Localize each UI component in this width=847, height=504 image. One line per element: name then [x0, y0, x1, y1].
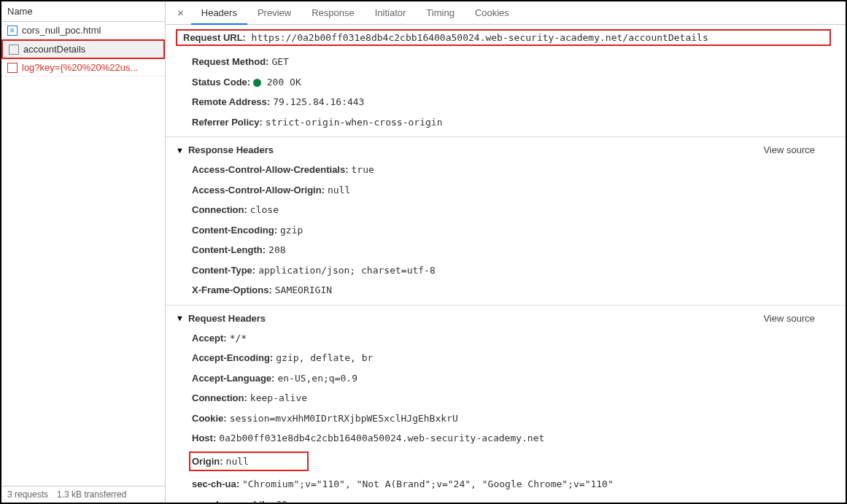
header-value: application/json; charset=utf-8	[258, 265, 436, 276]
header-row: Host:0a2b00ff031e8db4c2cbb16400a50024.we…	[192, 428, 835, 449]
header-value: */*	[230, 333, 247, 344]
file-icon	[9, 44, 19, 55]
header-row: Connection:close	[192, 200, 835, 220]
header-value: null	[328, 185, 350, 195]
response-headers-body: Access-Control-Allow-Credentials:trueAcc…	[166, 160, 846, 305]
header-value: keep-alive	[250, 392, 307, 403]
response-headers-title: Response Headers	[188, 144, 764, 155]
network-sidebar: Name cors_null_poc.htmlaccountDetailslog…	[1, 1, 166, 503]
header-key: Access-Control-Allow-Origin:	[192, 185, 325, 195]
header-key: Connection:	[192, 204, 247, 215]
header-key: Content-Type:	[192, 265, 255, 276]
footer-transferred: 1.3 kB transferred	[57, 489, 126, 500]
tab-cookies[interactable]: Cookies	[465, 2, 519, 23]
header-key: Content-Length:	[192, 244, 266, 255]
footer-requests: 3 requests	[7, 489, 48, 500]
header-row: Content-Encoding:gzip	[192, 220, 835, 241]
headers-content: Request URL: https://0a2b00ff031e8db4c2c…	[166, 25, 846, 503]
header-row: Content-Type:application/json; charset=u…	[192, 260, 835, 281]
tab-initiator[interactable]: Initiator	[365, 2, 417, 23]
header-value: close	[250, 204, 279, 215]
status-label: Status Code:	[192, 77, 250, 88]
header-row: X-Frame-Options:SAMEORIGIN	[192, 280, 835, 301]
request-url-value: https://0a2b00ff031e8db4c2cbb16400a50024…	[252, 32, 708, 43]
referrer-value: strict-origin-when-cross-origin	[266, 117, 443, 128]
chevron-down-icon[interactable]: ▼	[176, 146, 184, 155]
header-value: 0a2b00ff031e8db4c2cbb16400a50024.web-sec…	[219, 433, 544, 443]
tabs-bar: × HeadersPreviewResponseInitiatorTimingC…	[166, 1, 846, 25]
request-item[interactable]: cors_null_poc.html	[1, 22, 165, 39]
header-row: Content-Length:208	[192, 240, 835, 260]
header-key: Connection:	[192, 392, 247, 403]
remote-value: 79.125.84.16:443	[273, 96, 364, 107]
response-headers-header[interactable]: ▼ Response Headers View source	[166, 136, 846, 160]
header-row: Access-Control-Allow-Credentials:true	[192, 160, 835, 180]
general-request-url-highlight: Request URL: https://0a2b00ff031e8db4c2c…	[176, 29, 831, 46]
header-key: Host:	[192, 433, 216, 443]
request-item[interactable]: accountDetails	[1, 39, 165, 59]
status-value: 200 OK	[267, 77, 301, 88]
header-value: gzip, deflate, br	[276, 352, 373, 363]
header-value: 208	[268, 244, 285, 255]
request-name: log?key={%20%20%22us...	[22, 62, 138, 73]
chevron-down-icon[interactable]: ▼	[176, 314, 184, 322]
close-icon[interactable]: ×	[170, 7, 191, 19]
view-source-link[interactable]: View source	[763, 144, 815, 155]
request-headers-title: Request Headers	[188, 313, 764, 324]
file-icon	[7, 63, 18, 73]
header-value: ?0	[276, 499, 287, 503]
header-value: true	[352, 164, 374, 175]
header-key: Cookie:	[192, 413, 227, 424]
tab-headers[interactable]: Headers	[191, 2, 247, 25]
request-headers-body: Accept:*/*Accept-Encoding:gzip, deflate,…	[166, 328, 846, 503]
tab-response[interactable]: Response	[301, 2, 365, 23]
header-key: sec-ch-ua:	[192, 478, 239, 489]
header-row: Cookie:session=mvxHhM0IDrtRXjbpWE5xclHJg…	[192, 408, 835, 429]
remote-label: Remote Address:	[192, 96, 270, 107]
header-row: Accept:*/*	[192, 328, 835, 349]
header-row: sec-ch-ua-mobile:?0	[192, 495, 835, 503]
header-key: Accept-Language:	[192, 373, 274, 384]
status-dot-icon	[253, 79, 261, 87]
tab-timing[interactable]: Timing	[416, 2, 465, 23]
request-list: cors_null_poc.htmlaccountDetailslog?key=…	[1, 22, 165, 486]
request-url-label: Request URL:	[183, 32, 246, 43]
header-key: Accept-Encoding:	[192, 352, 273, 363]
header-row: Accept-Language:en-US,en;q=0.9	[192, 368, 835, 389]
header-key: X-Frame-Options:	[192, 284, 272, 295]
method-label: Request Method:	[192, 56, 268, 67]
method-value: GET	[271, 56, 288, 67]
file-icon	[7, 26, 18, 36]
header-value: session=mvxHhM0IDrtRXjbpWE5xclHJgEhBxkrU	[230, 413, 458, 424]
header-row: Connection:keep-alive	[192, 388, 835, 408]
view-source-link[interactable]: View source	[763, 313, 815, 324]
header-row: Access-Control-Allow-Origin:null	[192, 180, 835, 201]
sidebar-footer: 3 requests 1.3 kB transferred	[1, 486, 165, 503]
header-value: SAMEORIGIN	[275, 284, 332, 295]
tab-preview[interactable]: Preview	[247, 2, 301, 23]
request-item[interactable]: log?key={%20%20%22us...	[1, 59, 165, 77]
header-key: Accept:	[192, 333, 227, 344]
request-headers-header[interactable]: ▼ Request Headers View source	[166, 305, 846, 328]
header-value: "Chromium";v="110", "Not A(Brand";v="24"…	[242, 478, 614, 489]
header-row: Accept-Encoding:gzip, deflate, br	[192, 348, 835, 368]
header-key: Access-Control-Allow-Credentials:	[192, 164, 349, 175]
request-name: accountDetails	[23, 44, 85, 55]
header-row: sec-ch-ua:"Chromium";v="110", "Not A(Bra…	[192, 474, 835, 495]
header-key: Content-Encoding:	[192, 225, 277, 236]
origin-highlight: Origin:null	[189, 451, 309, 472]
main-panel: × HeadersPreviewResponseInitiatorTimingC…	[166, 1, 846, 503]
sidebar-header-name[interactable]: Name	[1, 1, 165, 22]
request-name: cors_null_poc.html	[22, 25, 101, 36]
header-key: sec-ch-ua-mobile:	[192, 499, 273, 503]
header-row: Origin:null	[192, 449, 835, 475]
header-value: en-US,en;q=0.9	[277, 373, 357, 384]
header-value: gzip	[280, 225, 303, 236]
referrer-label: Referrer Policy:	[192, 117, 263, 128]
general-section: Request Method:GET Status Code: 200 OK R…	[166, 50, 846, 136]
